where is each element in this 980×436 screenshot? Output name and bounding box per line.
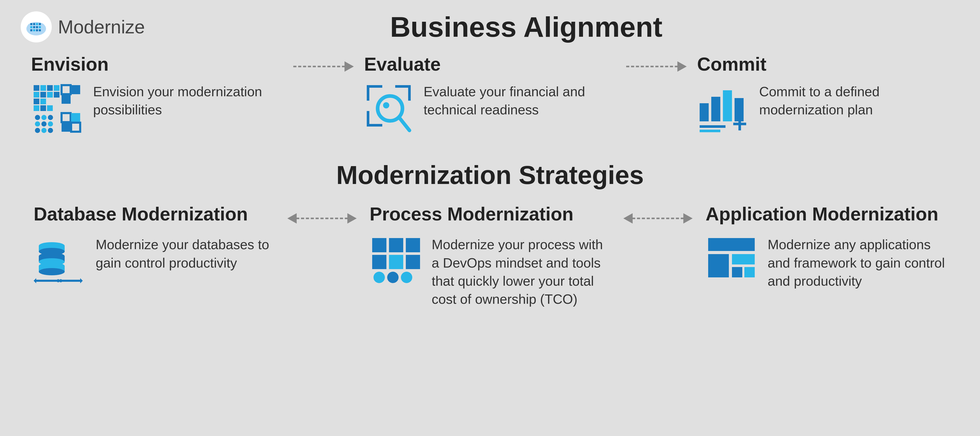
svg-point-83 [401,272,412,283]
svg-rect-31 [62,113,71,122]
svg-point-36 [41,115,46,120]
step-commit-title: Commit [697,54,766,75]
svg-rect-75 [372,238,387,252]
svg-rect-20 [40,92,46,97]
svg-rect-86 [732,254,755,264]
svg-rect-79 [389,255,403,269]
strategy-process: Process Modernization [357,203,623,308]
envision-icon [31,83,83,134]
svg-rect-23 [33,99,39,104]
svg-point-51 [383,102,389,108]
svg-point-39 [41,121,46,127]
svg-rect-45 [367,85,369,101]
svg-rect-80 [406,255,420,269]
header: Modernize Business Alignment [21,10,959,43]
svg-rect-13 [36,29,38,31]
strategy-database-content: Modernize your databases to gain control… [33,236,274,287]
arrow-process-app [623,213,693,224]
svg-point-81 [374,272,385,283]
svg-rect-88 [745,267,755,277]
strategy-process-content: Modernize your process with a DevOps min… [370,236,610,308]
svg-rect-60 [738,118,741,130]
database-icon [33,236,85,287]
svg-rect-27 [47,105,53,111]
strategy-application-content: Modernize any applications and framework… [706,236,947,290]
svg-point-43 [48,128,53,133]
svg-point-42 [41,128,46,133]
svg-rect-58 [700,130,720,132]
svg-rect-22 [54,92,59,97]
step-evaluate-desc: Evaluate your financial and technical re… [424,83,616,119]
svg-rect-25 [33,105,39,111]
svg-rect-28 [62,85,71,94]
svg-rect-84 [708,238,755,251]
svg-point-38 [35,121,40,127]
svg-marker-72 [80,278,83,283]
svg-rect-49 [367,124,382,127]
svg-point-37 [48,115,53,120]
step-envision-title: Envision [31,54,109,75]
step-commit-desc: Commit to a defined modernization plan [759,83,949,119]
svg-rect-19 [33,92,39,97]
strategies-section: Modernization Strategies Database Modern… [21,153,959,308]
strategies-row: Database Modernization [21,203,959,308]
svg-rect-16 [40,85,46,91]
svg-rect-18 [54,85,59,91]
step-envision-header: Envision [31,54,109,75]
svg-rect-76 [389,238,403,252]
logo-area: Modernize [21,11,145,43]
svg-rect-54 [711,97,720,121]
svg-rect-11 [30,29,32,31]
step-evaluate-title: Evaluate [364,54,441,75]
strategy-application: Application Modernization Modernize any … [693,203,959,290]
svg-rect-15 [33,85,39,91]
arrow-evaluate-commit [626,61,687,72]
svg-rect-7 [30,26,32,28]
step-envision-content: Envision your modernization possibilitie… [31,83,283,134]
svg-rect-17 [47,85,53,91]
svg-rect-34 [71,123,80,132]
strategy-process-desc: Modernize your process with a DevOps min… [432,236,610,308]
svg-rect-77 [406,238,420,252]
strategy-database: Database Modernization [21,203,287,287]
step-envision: Envision [21,54,293,134]
svg-rect-57 [700,125,725,128]
svg-rect-10 [39,26,41,28]
svg-point-82 [387,272,399,283]
svg-point-40 [48,121,53,127]
svg-rect-47 [408,85,411,101]
svg-point-74 [59,279,62,282]
arrow-db-process [287,213,357,224]
svg-line-52 [399,118,409,130]
svg-rect-29 [71,85,80,94]
svg-rect-32 [71,113,80,122]
svg-rect-30 [62,95,71,104]
svg-rect-87 [732,267,742,277]
svg-rect-9 [36,26,38,28]
evaluate-icon [364,83,413,137]
strategy-database-title: Database Modernization [33,203,248,225]
svg-rect-12 [33,29,35,31]
strategies-title: Modernization Strategies [21,160,959,190]
svg-rect-24 [40,99,46,104]
svg-point-35 [35,115,40,120]
step-commit: Commit [687,54,959,134]
page-title: Business Alignment [145,10,908,43]
commit-icon [697,83,749,134]
svg-rect-6 [39,23,41,25]
step-envision-desc: Envision your modernization possibilitie… [93,83,283,119]
svg-rect-78 [372,255,387,269]
svg-rect-85 [708,254,729,277]
svg-rect-53 [700,103,709,121]
logo-text: Modernize [58,16,145,38]
svg-point-69 [39,268,65,275]
svg-rect-14 [39,29,41,31]
process-icon [370,236,421,287]
strategy-process-title: Process Modernization [370,203,573,225]
step-evaluate: Evaluate [354,54,627,137]
svg-rect-8 [33,26,35,28]
strategy-application-desc: Modernize any applications and framework… [768,236,947,290]
steps-row: Envision [21,54,959,137]
svg-rect-3 [30,23,32,25]
svg-rect-21 [47,92,53,97]
